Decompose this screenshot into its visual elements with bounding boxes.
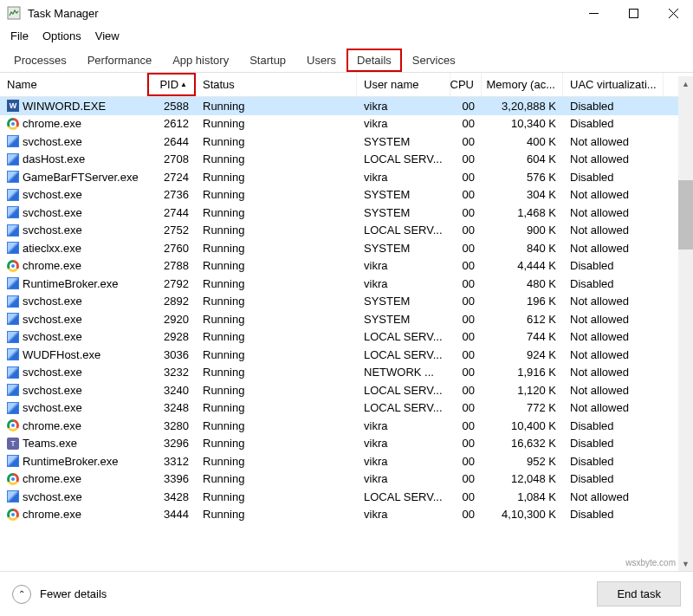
- header-cpu[interactable]: CPU: [450, 73, 482, 96]
- process-uac: Not allowed: [563, 313, 664, 326]
- table-row[interactable]: chrome.exe3280Runningvikra0010,400 KDisa…: [0, 417, 693, 435]
- table-row[interactable]: RuntimeBroker.exe3312Runningvikra00952 K…: [0, 452, 693, 470]
- process-status: Running: [196, 277, 357, 290]
- process-memory: 16,632 K: [482, 437, 563, 450]
- process-cpu: 00: [450, 455, 482, 468]
- process-pid: 2760: [147, 242, 196, 255]
- end-task-button[interactable]: End task: [597, 581, 681, 606]
- process-cpu: 00: [450, 366, 482, 379]
- process-cpu: 00: [450, 135, 482, 148]
- process-pid: 2752: [147, 224, 196, 237]
- minimize-button[interactable]: [573, 0, 613, 26]
- process-pid: 2920: [147, 313, 196, 326]
- table-row[interactable]: WWINWORD.EXE2588Runningvikra003,20,888 K…: [0, 97, 693, 115]
- table-row[interactable]: svchost.exe2752RunningLOCAL SERV...00900…: [0, 222, 693, 240]
- table-row[interactable]: chrome.exe3396Runningvikra0012,048 KDisa…: [0, 470, 693, 489]
- table-row[interactable]: chrome.exe2788Runningvikra004,444 KDisab…: [0, 257, 693, 276]
- titlebar: Task Manager: [0, 0, 693, 26]
- chrome-icon: [7, 260, 19, 272]
- window-title: Task Manager: [28, 7, 573, 20]
- process-name: chrome.exe: [23, 117, 81, 130]
- header-pid[interactable]: PID▲: [147, 73, 196, 96]
- process-uac: Disabled: [563, 437, 664, 450]
- generic-icon: [7, 242, 19, 254]
- process-status: Running: [196, 401, 357, 414]
- table-row[interactable]: svchost.exe2928RunningLOCAL SERV...00744…: [0, 328, 693, 347]
- process-uac: Not allowed: [563, 135, 664, 148]
- process-pid: 2736: [147, 188, 196, 201]
- tab-processes[interactable]: Processes: [3, 49, 77, 72]
- tab-app-history[interactable]: App history: [162, 49, 239, 72]
- table-row[interactable]: GameBarFTServer.exe2724Runningvikra00576…: [0, 168, 693, 186]
- process-status: Running: [196, 188, 357, 201]
- table-row[interactable]: svchost.exe2920RunningSYSTEM00612 KNot a…: [0, 310, 693, 328]
- table-row[interactable]: svchost.exe3232RunningNETWORK ...001,916…: [0, 364, 693, 382]
- generic-icon: [7, 189, 19, 201]
- tab-details[interactable]: Details: [346, 49, 402, 72]
- process-name: RuntimeBroker.exe: [23, 277, 119, 290]
- table-row[interactable]: TTeams.exe3296Runningvikra0016,632 KDisa…: [0, 435, 693, 453]
- close-button[interactable]: [653, 0, 693, 26]
- process-status: Running: [196, 259, 357, 272]
- scroll-up-icon[interactable]: ▲: [678, 76, 693, 91]
- process-user: LOCAL SERV...: [357, 152, 450, 165]
- table-row[interactable]: svchost.exe3240RunningLOCAL SERV...001,1…: [0, 381, 693, 399]
- generic-icon: [7, 135, 19, 147]
- process-user: SYSTEM: [357, 206, 450, 219]
- tab-services[interactable]: Services: [402, 49, 466, 72]
- maximize-button[interactable]: [613, 0, 653, 26]
- table-row[interactable]: svchost.exe2644RunningSYSTEM00400 KNot a…: [0, 133, 693, 151]
- header-memory[interactable]: Memory (ac...: [482, 73, 563, 96]
- process-user: LOCAL SERV...: [357, 330, 450, 343]
- process-cpu: 00: [450, 330, 482, 343]
- scroll-down-icon[interactable]: ▼: [678, 556, 693, 571]
- process-cpu: 00: [450, 224, 482, 237]
- table-row[interactable]: chrome.exe2612Runningvikra0010,340 KDisa…: [0, 115, 693, 133]
- table-row[interactable]: svchost.exe2736RunningSYSTEM00304 KNot a…: [0, 186, 693, 204]
- table-row[interactable]: chrome.exe3444Runningvikra004,10,300 KDi…: [0, 506, 693, 524]
- table-row[interactable]: svchost.exe2892RunningSYSTEM00196 KNot a…: [0, 293, 693, 311]
- process-uac: Not allowed: [563, 188, 664, 201]
- process-memory: 1,084 K: [482, 490, 563, 503]
- table-row[interactable]: svchost.exe3248RunningLOCAL SERV...00772…: [0, 399, 693, 418]
- process-memory: 10,400 K: [482, 419, 563, 432]
- process-user: vikra: [357, 455, 450, 468]
- vertical-scrollbar[interactable]: ▲ ▼: [678, 76, 693, 571]
- process-memory: 10,340 K: [482, 117, 563, 130]
- process-cpu: 00: [450, 401, 482, 414]
- table-row[interactable]: WUDFHost.exe3036RunningLOCAL SERV...0092…: [0, 346, 693, 364]
- table-row[interactable]: dasHost.exe2708RunningLOCAL SERV...00604…: [0, 151, 693, 169]
- header-uac[interactable]: UAC virtualizati...: [563, 73, 664, 96]
- header-status[interactable]: Status: [196, 73, 357, 96]
- process-pid: 2708: [147, 152, 196, 165]
- menu-options[interactable]: Options: [37, 28, 87, 44]
- table-row[interactable]: RuntimeBroker.exe2792Runningvikra00480 K…: [0, 275, 693, 293]
- process-pid: 3232: [147, 366, 196, 379]
- process-user: LOCAL SERV...: [357, 348, 450, 361]
- table-row[interactable]: svchost.exe3428RunningLOCAL SERV...001,0…: [0, 488, 693, 506]
- header-user[interactable]: User name: [357, 73, 450, 96]
- fewer-details-button[interactable]: ⌃ Fewer details: [12, 585, 107, 604]
- process-uac: Disabled: [563, 259, 664, 272]
- process-name: WINWORD.EXE: [23, 100, 106, 113]
- tab-startup[interactable]: Startup: [239, 49, 296, 72]
- tab-performance[interactable]: Performance: [77, 49, 162, 72]
- scroll-thumb[interactable]: [678, 180, 693, 250]
- menu-view[interactable]: View: [90, 28, 125, 44]
- generic-icon: [7, 313, 19, 325]
- header-name[interactable]: Name: [0, 73, 147, 96]
- process-memory: 612 K: [482, 313, 563, 326]
- process-cpu: 00: [450, 100, 482, 113]
- process-cpu: 00: [450, 152, 482, 165]
- process-uac: Disabled: [563, 472, 664, 485]
- table-row[interactable]: svchost.exe2744RunningSYSTEM001,468 KNot…: [0, 204, 693, 222]
- process-uac: Not allowed: [563, 490, 664, 503]
- menu-file[interactable]: File: [5, 28, 34, 44]
- table-row[interactable]: atieclxx.exe2760RunningSYSTEM00840 KNot …: [0, 239, 693, 257]
- process-pid: 2792: [147, 277, 196, 290]
- chrome-icon: [7, 118, 19, 130]
- tab-users[interactable]: Users: [296, 49, 346, 72]
- process-user: vikra: [357, 100, 450, 113]
- process-status: Running: [196, 171, 357, 184]
- process-cpu: 00: [450, 117, 482, 130]
